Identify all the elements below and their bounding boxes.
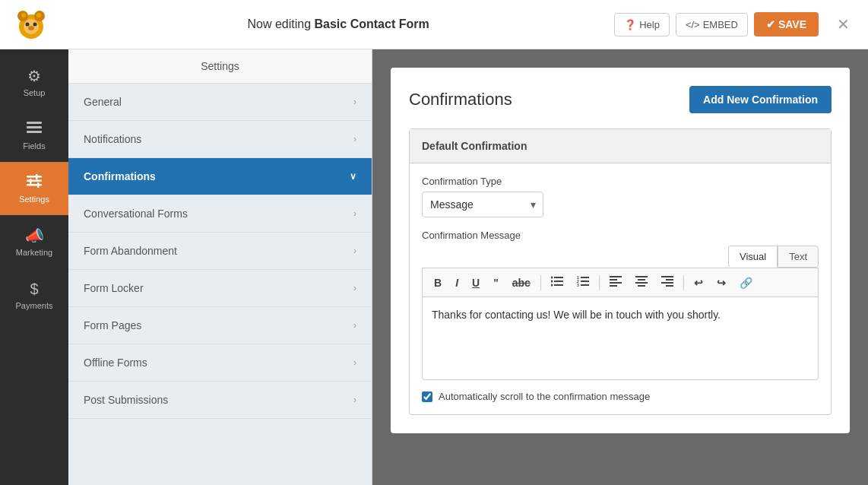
toolbar-separator-1 bbox=[540, 275, 541, 290]
toolbar-ul-button[interactable] bbox=[546, 273, 569, 292]
sidebar-item-form-pages[interactable]: Form Pages › bbox=[68, 307, 372, 344]
embed-button[interactable]: </> EMBED bbox=[676, 13, 748, 36]
sidebar-item-general[interactable]: General › bbox=[68, 84, 372, 121]
confirmation-type-select[interactable]: Message Page Redirect bbox=[422, 192, 543, 217]
dollar-icon: $ bbox=[30, 281, 38, 298]
toolbar-undo-button[interactable]: ↩ bbox=[689, 274, 708, 292]
sidebar-dark: ⚙ Setup Fields bbox=[0, 49, 68, 485]
help-button[interactable]: ❓ Help bbox=[614, 13, 670, 36]
svg-rect-35 bbox=[638, 279, 645, 281]
main-content: Confirmations Add New Confirmation Defau… bbox=[372, 49, 868, 485]
toolbar-italic-button[interactable]: I bbox=[450, 274, 464, 292]
close-button[interactable]: ✕ bbox=[831, 12, 856, 36]
svg-rect-24 bbox=[581, 277, 589, 278]
svg-rect-11 bbox=[27, 131, 42, 133]
gear-icon: ⚙ bbox=[27, 67, 41, 85]
confirmation-box-header: Default Confirmation bbox=[410, 129, 831, 163]
main-layout: ⚙ Setup Fields bbox=[0, 49, 868, 485]
toolbar-align-center-button[interactable] bbox=[630, 273, 653, 292]
svg-rect-36 bbox=[635, 282, 648, 284]
panel-header: Confirmations Add New Confirmation bbox=[409, 86, 832, 113]
svg-rect-20 bbox=[554, 284, 563, 286]
editing-title: Now editing Basic Contact Form bbox=[62, 17, 614, 31]
svg-rect-34 bbox=[635, 276, 648, 277]
toolbar-redo-button[interactable]: ↪ bbox=[711, 274, 731, 292]
chevron-right-icon: › bbox=[353, 320, 356, 331]
svg-rect-15 bbox=[36, 174, 38, 179]
sidebar-item-fields-label: Fields bbox=[23, 141, 45, 151]
checkmark-icon: ✔ bbox=[766, 18, 775, 30]
sidebar-item-form-locker-label: Form Locker bbox=[84, 282, 144, 294]
tab-visual[interactable]: Visual bbox=[728, 246, 778, 268]
sidebar-item-form-abandonment[interactable]: Form Abandonment › bbox=[68, 233, 372, 270]
sidebar-item-offline-forms[interactable]: Offline Forms › bbox=[68, 344, 372, 382]
svg-rect-14 bbox=[27, 184, 42, 186]
svg-rect-32 bbox=[610, 282, 622, 284]
svg-rect-38 bbox=[661, 276, 673, 277]
sub-sidebar: Settings General › Notifications › Confi… bbox=[68, 49, 372, 485]
toolbar-strikethrough-button[interactable]: abc bbox=[507, 274, 536, 292]
sidebar-item-conversational-forms[interactable]: Conversational Forms › bbox=[68, 195, 372, 233]
chevron-right-icon: › bbox=[353, 395, 356, 405]
confirmation-type-label: Confirmation Type bbox=[422, 176, 819, 187]
svg-rect-37 bbox=[638, 285, 645, 287]
toolbar-align-right-button[interactable] bbox=[656, 273, 679, 292]
sidebar-item-settings[interactable]: Settings bbox=[0, 162, 68, 215]
tab-text[interactable]: Text bbox=[778, 246, 819, 268]
sidebar-item-payments-label: Payments bbox=[16, 301, 53, 310]
svg-rect-41 bbox=[666, 285, 673, 287]
svg-point-21 bbox=[551, 277, 553, 279]
svg-rect-26 bbox=[581, 284, 589, 286]
sidebar-item-setup[interactable]: ⚙ Setup bbox=[0, 55, 68, 109]
chevron-down-icon: ∨ bbox=[350, 171, 356, 182]
sub-sidebar-header: Settings bbox=[68, 49, 372, 84]
auto-scroll-label: Automatically scroll to the confirmation… bbox=[439, 391, 650, 402]
svg-rect-16 bbox=[30, 179, 32, 184]
sidebar-item-post-submissions-label: Post Submissions bbox=[84, 394, 168, 406]
content-panel: Confirmations Add New Confirmation Defau… bbox=[391, 68, 850, 433]
sidebar-item-marketing[interactable]: 📣 Marketing bbox=[0, 215, 68, 268]
toolbar-bold-button[interactable]: B bbox=[429, 274, 447, 292]
confirmation-message-label: Confirmation Message bbox=[422, 230, 819, 241]
svg-rect-9 bbox=[27, 122, 42, 124]
sidebar-item-form-abandonment-label: Form Abandonment bbox=[84, 245, 177, 257]
svg-point-4 bbox=[26, 23, 30, 27]
svg-rect-17 bbox=[37, 182, 40, 188]
sidebar-item-post-submissions[interactable]: Post Submissions › bbox=[68, 382, 372, 419]
sidebar-item-confirmations-label: Confirmations bbox=[84, 170, 156, 182]
add-confirmation-button[interactable]: Add New Confirmation bbox=[689, 86, 832, 113]
toolbar-link-button[interactable]: 🔗 bbox=[734, 274, 758, 292]
svg-rect-12 bbox=[27, 176, 42, 178]
confirmation-type-wrapper: Message Page Redirect bbox=[422, 192, 543, 217]
svg-point-8 bbox=[36, 13, 41, 17]
sidebar-item-notifications[interactable]: Notifications › bbox=[68, 121, 372, 158]
toolbar-blockquote-button[interactable]: " bbox=[488, 274, 504, 292]
svg-point-5 bbox=[33, 23, 37, 27]
toolbar-underline-button[interactable]: U bbox=[467, 274, 485, 292]
svg-point-6 bbox=[28, 26, 34, 30]
sidebar-item-form-pages-label: Form Pages bbox=[84, 319, 141, 331]
auto-scroll-checkbox[interactable] bbox=[422, 391, 432, 402]
sidebar-item-settings-label: Settings bbox=[19, 195, 49, 204]
chevron-right-icon: › bbox=[353, 246, 356, 256]
sidebar-item-form-locker[interactable]: Form Locker › bbox=[68, 270, 372, 307]
chevron-right-icon: › bbox=[353, 208, 356, 219]
toolbar-separator-2 bbox=[599, 275, 600, 290]
toolbar-ol-button[interactable]: 123 bbox=[572, 273, 594, 292]
top-bar: Now editing Basic Contact Form ❓ Help </… bbox=[0, 0, 868, 49]
svg-rect-40 bbox=[661, 282, 673, 284]
svg-rect-33 bbox=[610, 285, 617, 287]
svg-rect-31 bbox=[610, 279, 617, 281]
chevron-right-icon: › bbox=[353, 283, 356, 293]
sidebar-item-confirmations[interactable]: Confirmations ∨ bbox=[68, 158, 372, 195]
save-button[interactable]: ✔ SAVE bbox=[754, 12, 819, 36]
panel-title: Confirmations bbox=[409, 90, 512, 109]
sidebar-item-payments[interactable]: $ Payments bbox=[0, 268, 68, 322]
embed-code-icon: </> bbox=[686, 19, 700, 30]
sidebar-item-fields[interactable]: Fields bbox=[0, 109, 68, 162]
toolbar-separator-3 bbox=[683, 275, 684, 290]
toolbar-align-left-button[interactable] bbox=[604, 273, 627, 292]
sidebar-item-notifications-label: Notifications bbox=[84, 133, 141, 145]
editor-area[interactable]: Thanks for contacting us! We will be in … bbox=[422, 296, 819, 380]
sidebar-item-setup-label: Setup bbox=[24, 88, 46, 97]
